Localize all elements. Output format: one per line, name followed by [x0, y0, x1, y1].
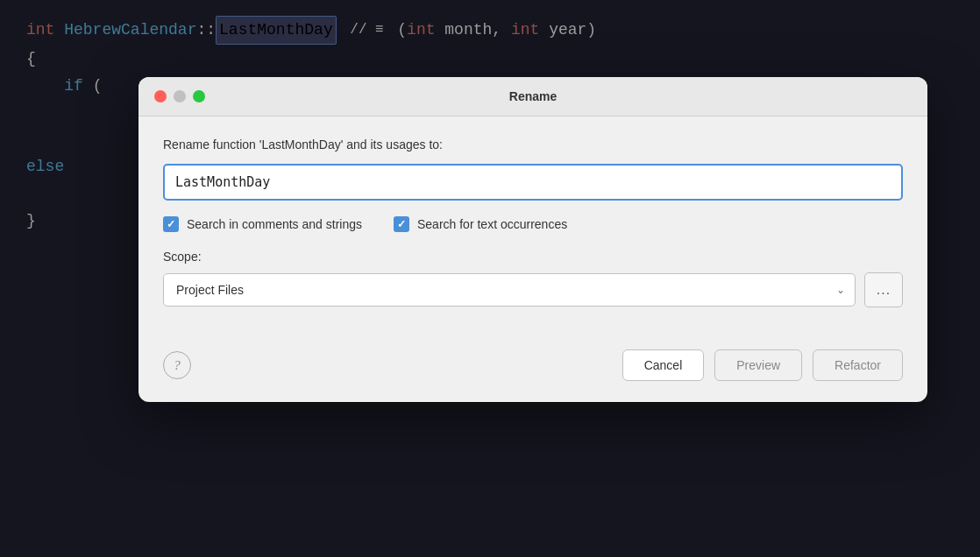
scope-row: Project Files Open Files Module Director…	[163, 272, 903, 307]
cancel-button[interactable]: Cancel	[622, 349, 705, 381]
rename-input[interactable]	[163, 164, 903, 201]
titlebar-buttons	[154, 90, 205, 102]
refactor-button[interactable]: Refactor	[813, 349, 903, 381]
checkbox-text-occurrences-box: ✓	[394, 216, 409, 232]
dialog-title: Rename	[509, 89, 557, 103]
scope-select-wrapper: Project Files Open Files Module Director…	[163, 273, 856, 307]
checkbox-comments-strings-box: ✓	[163, 216, 179, 232]
checkboxes-row: ✓ Search in comments and strings ✓ Searc…	[163, 216, 903, 232]
dialog-footer: ? Cancel Preview Refactor	[138, 349, 927, 402]
scope-more-button[interactable]: ...	[864, 272, 903, 307]
rename-dialog: Rename Rename function 'LastMonthDay' an…	[138, 77, 927, 402]
minimize-button[interactable]	[174, 90, 186, 102]
scope-select[interactable]: Project Files Open Files Module Director…	[163, 273, 856, 307]
dialog-titlebar: Rename	[138, 77, 927, 116]
close-button[interactable]	[154, 90, 167, 102]
maximize-button[interactable]	[193, 90, 205, 102]
checkbox-comments-strings-label: Search in comments and strings	[187, 217, 362, 231]
scope-label: Scope:	[163, 250, 903, 264]
dialog-content: Rename function 'LastMonthDay' and its u…	[138, 116, 927, 349]
checkbox-text-occurrences-label: Search for text occurrences	[417, 217, 567, 231]
dialog-description-label: Rename function 'LastMonthDay' and its u…	[163, 137, 903, 152]
checkbox-text-occurrences[interactable]: ✓ Search for text occurrences	[394, 216, 567, 232]
checkbox-comments-strings[interactable]: ✓ Search in comments and strings	[163, 216, 362, 232]
help-button[interactable]: ?	[163, 351, 191, 379]
preview-button[interactable]: Preview	[714, 349, 802, 381]
